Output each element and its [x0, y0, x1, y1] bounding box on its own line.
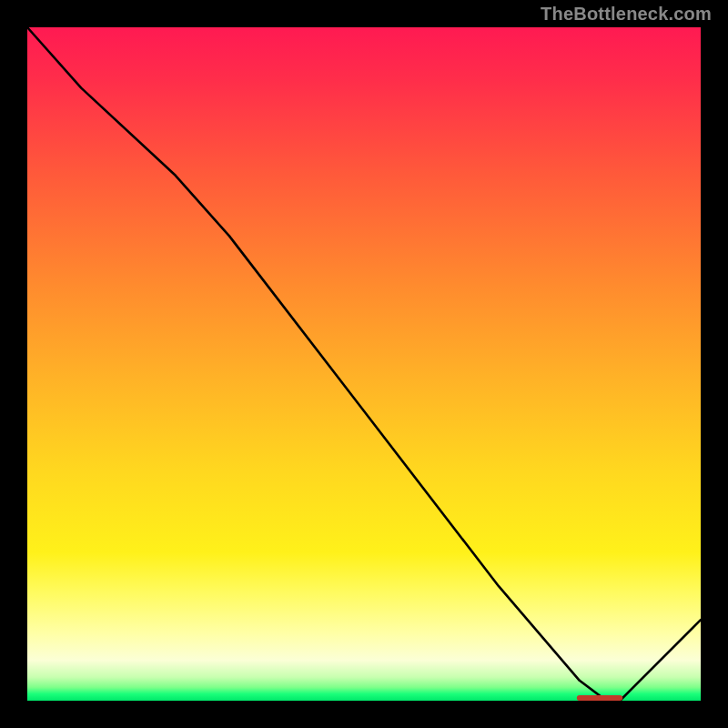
plot-area	[27, 27, 701, 701]
attribution-text: TheBottleneck.com	[541, 4, 712, 25]
curve-svg	[27, 27, 701, 701]
chart-container: TheBottleneck.com	[0, 0, 728, 728]
bottleneck-curve-path	[27, 27, 701, 701]
